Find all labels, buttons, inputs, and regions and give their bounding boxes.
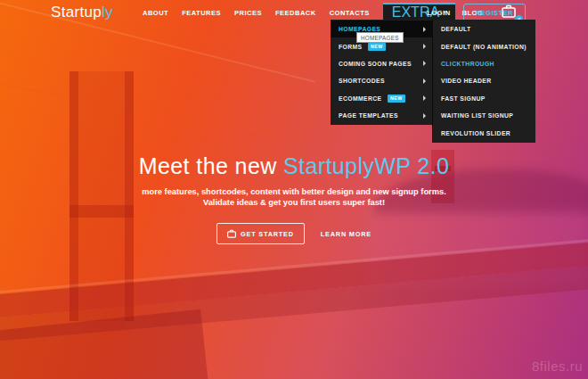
submenu-item-label: DEFAULT (NO ANIMATION) [441, 44, 527, 50]
nav-item-feedback[interactable]: FEEDBACK [275, 9, 316, 17]
submenu-item-label: FAST SIGNUP [441, 95, 486, 102]
submenu-item-waiting-list-signup[interactable]: WAITING LIST SIGNUP [433, 107, 535, 124]
get-started-label: GET STARTED [241, 230, 294, 238]
menu-item-label: PAGE TEMPLATES [339, 112, 398, 119]
hero-title-highlight: StartuplyWP 2.0 [283, 153, 449, 178]
submenu-item-default-no-animation[interactable]: DEFAULT (NO ANIMATION) [433, 37, 535, 54]
menu-item-ecommerce[interactable]: ECOMMERCE NEW [331, 90, 432, 107]
briefcase-icon [227, 229, 236, 238]
submenu-item-default[interactable]: DEFAULT [433, 21, 535, 37]
submenu-arrow-icon [423, 27, 426, 32]
login-link[interactable]: LOGIN [427, 9, 450, 17]
cta-row: GET STARTED LEARN MORE [0, 223, 588, 244]
new-badge: NEW [368, 43, 387, 51]
submenu-arrow-icon [423, 44, 426, 49]
submenu-item-label: REVOLUTION SLIDER [441, 130, 510, 136]
logo-text-accent: ly [102, 4, 113, 21]
homepages-tooltip: HOMEPAGES [356, 32, 404, 43]
hero-subtitle-line2: Validate ideas & get you first users sup… [0, 198, 588, 209]
menu-item-label: ECOMMERCE [339, 95, 382, 102]
menu-item-shortcodes[interactable]: SHORTCODES [331, 72, 432, 89]
submenu-item-label: WAITING LIST SIGNUP [441, 112, 513, 119]
watermark: 8files.ru [532, 358, 583, 374]
menu-item-label: COMING SOON PAGES [339, 61, 412, 67]
hero-subtitle: more features, shortcodes, content with … [0, 187, 588, 208]
logo[interactable]: Startuply [51, 4, 113, 21]
submenu-arrow-icon [423, 113, 426, 119]
bridge-truss-shape [0, 309, 208, 379]
homepages-submenu: DEFAULT DEFAULT (NO ANIMATION) CLICKTHRO… [432, 20, 535, 143]
submenu-item-fast-signup[interactable]: FAST SIGNUP [433, 90, 535, 107]
submenu-arrow-icon [423, 78, 426, 84]
menu-item-label: SHORTCODES [339, 78, 385, 84]
logo-text: Startup [51, 4, 102, 21]
menu-item-coming-soon-pages[interactable]: COMING SOON PAGES [331, 55, 432, 72]
get-started-button[interactable]: GET STARTED [216, 223, 305, 244]
bridge-deck-shape [0, 239, 588, 318]
submenu-item-label: DEFAULT [441, 26, 471, 32]
hero-subtitle-line1: more features, shortcodes, content with … [0, 187, 588, 198]
submenu-arrow-icon [423, 95, 426, 101]
submenu-item-video-header[interactable]: VIDEO HEADER [433, 72, 535, 89]
submenu-item-clickthrough[interactable]: CLICKTHROUGH [433, 55, 535, 72]
submenu-arrow-icon [423, 61, 426, 66]
submenu-item-label: VIDEO HEADER [441, 78, 492, 84]
new-badge: NEW [388, 95, 406, 103]
hero-section: Meet the new StartuplyWP 2.0 more featur… [0, 153, 588, 244]
learn-more-link[interactable]: LEARN MORE [321, 230, 372, 238]
menu-item-page-templates[interactable]: PAGE TEMPLATES [331, 107, 432, 124]
nav-item-contacts[interactable]: CONTACTS [330, 9, 370, 17]
hero-title: Meet the new StartuplyWP 2.0 [0, 153, 588, 179]
nav-item-features[interactable]: FEATURES [182, 9, 221, 17]
submenu-item-label: CLICKTHROUGH [441, 61, 494, 67]
nav-item-about[interactable]: ABOUT [143, 9, 168, 17]
bridge-cable-shape [0, 78, 300, 138]
nav-item-prices[interactable]: PRICES [234, 9, 262, 17]
menu-item-label: FORMS [339, 44, 363, 50]
submenu-item-revolution-slider[interactable]: REVOLUTION SLIDER [433, 124, 535, 141]
hero-title-prefix: Meet the new [139, 153, 283, 178]
